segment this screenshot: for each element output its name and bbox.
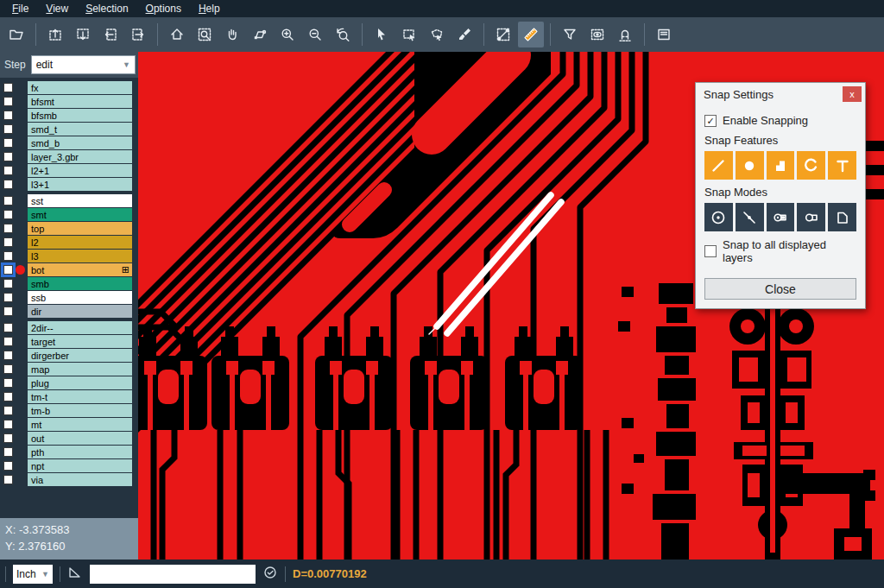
layer-visibility-checkbox[interactable] [3,251,13,261]
layer-row-out[interactable]: out [0,432,138,445]
layer-visibility-checkbox[interactable] [3,406,13,415]
layer-visibility-checkbox[interactable] [3,364,13,374]
zoom-previous-button[interactable] [330,22,356,47]
layer-row-2dir--[interactable]: 2dir-- [0,321,138,334]
layer-visibility-checkbox[interactable] [3,180,13,189]
layer-visibility-checkbox[interactable] [3,210,13,219]
zoom-window-button[interactable] [192,22,218,47]
layer-row-map[interactable]: map [0,363,138,376]
home-view-button[interactable] [164,22,190,47]
layer-row-l2+1[interactable]: l2+1 [0,164,138,177]
shift-up-button[interactable] [42,22,68,47]
snap-all-layers-checkbox[interactable] [704,245,717,257]
dialog-close-button[interactable]: Close [704,278,856,300]
layer-visibility-checkbox[interactable] [3,433,13,443]
close-icon[interactable]: x [843,86,862,102]
menu-options[interactable]: Options [137,1,190,16]
layer-row-smt[interactable]: smt [0,208,138,221]
layer-visibility-checkbox[interactable] [3,138,13,148]
pcb-canvas[interactable]: Snap Settings x ✓ Enable Snapping Snap F… [138,52,884,560]
snap-feature-text-button[interactable] [828,151,856,180]
layer-visibility-checkbox[interactable] [3,420,13,429]
layer-row-smd_t[interactable]: smd_t [0,123,138,136]
layer-row-tm-b[interactable]: tm-b [0,404,138,417]
layer-row-target[interactable]: target [0,335,138,348]
layer-row-pth[interactable]: pth [0,446,138,458]
layer-row-l3+1[interactable]: l3+1 [0,178,138,191]
layer-visibility-checkbox[interactable] [3,392,13,401]
dialog-titlebar[interactable]: Snap Settings x [696,83,865,105]
layer-visibility-checkbox[interactable] [3,447,13,457]
zoom-in-button[interactable] [275,22,300,47]
layer-row-dir[interactable]: dir [0,305,138,318]
layer-row-bfsmt[interactable]: bfsmt [0,95,138,108]
layer-visibility-checkbox[interactable] [3,279,13,288]
layer-visibility-checkbox[interactable] [3,351,13,360]
snap-mode-center-button[interactable] [704,203,733,231]
layer-visibility-checkbox[interactable] [3,475,13,484]
menu-view[interactable]: View [37,1,77,16]
snap-mode-midpoint-button[interactable] [736,203,764,231]
layer-row-npt[interactable]: npt [0,459,138,472]
layer-row-mt[interactable]: mt [0,418,138,431]
unit-select[interactable]: Inch ▼ [13,565,53,584]
step-select[interactable]: edit ▼ [31,55,136,74]
layer-visibility-checkbox[interactable] [3,111,13,120]
filter-button[interactable] [557,22,583,47]
layer-row-bfsmb[interactable]: bfsmb [0,109,138,122]
polygon-select-button[interactable] [424,22,450,47]
layer-visibility-checkbox[interactable] [3,378,13,388]
layer-row-l3[interactable]: l3 [0,250,138,262]
refresh-check-icon[interactable] [262,565,278,583]
layer-row-plug[interactable]: plug [0,376,138,389]
layer-visibility-checkbox[interactable] [3,337,13,346]
layer-visibility-checkbox[interactable] [3,124,13,134]
layer-row-smd_b[interactable]: smd_b [0,136,138,149]
layer-visibility-checkbox[interactable] [3,152,13,161]
snap-button[interactable] [612,22,638,47]
pan-button[interactable] [219,22,245,47]
clean-button[interactable] [451,22,477,47]
layer-row-fx[interactable]: fx [0,81,138,94]
snap-feature-surface-button[interactable] [767,151,795,180]
reshape-select-button[interactable] [247,22,273,47]
layer-visibility-checkbox[interactable] [3,323,13,332]
select-button[interactable] [369,22,395,47]
panels-button[interactable] [651,22,677,47]
layer-row-sst[interactable]: sst [0,194,138,207]
layer-row-ssb[interactable]: ssb [0,291,138,304]
layer-visibility-checkbox[interactable] [3,237,13,247]
shift-down-button[interactable] [70,22,96,47]
shift-right-button[interactable] [125,22,151,47]
snap-feature-arc-button[interactable] [797,151,825,180]
layer-row-tm-t[interactable]: tm-t [0,390,138,403]
layer-row-bot[interactable]: bot⊞ [0,263,138,276]
zoom-out-button[interactable] [302,22,328,47]
snap-feature-line-button[interactable] [704,151,733,180]
layer-row-via[interactable]: via [0,473,138,486]
layer-visibility-checkbox[interactable] [3,196,13,205]
enable-snapping-checkbox[interactable]: ✓ [704,115,717,127]
layer-visibility-checkbox[interactable] [3,307,13,316]
layer-visibility-checkbox[interactable] [3,166,13,175]
layer-row-top[interactable]: top [0,222,138,235]
layer-visibility-checkbox[interactable] [3,97,13,106]
layer-visibility-checkbox[interactable] [3,265,13,275]
layer-row-smb[interactable]: smb [0,277,138,290]
layer-visibility-checkbox[interactable] [3,293,13,302]
layer-row-layer_3.gbr[interactable]: layer_3.gbr [0,150,138,163]
measure-input[interactable] [90,565,256,584]
measure-button[interactable] [490,22,516,47]
menu-file[interactable]: File [3,1,37,16]
snap-mode-slot-center-button[interactable] [767,203,795,231]
ruler-button[interactable] [518,22,544,47]
menu-help[interactable]: Help [190,1,229,16]
rect-select-button[interactable] [396,22,422,47]
snap-feature-pad-button[interactable] [736,151,764,180]
layer-visibility-checkbox[interactable] [3,461,13,471]
menu-selection[interactable]: Selection [77,1,136,16]
view-options-button[interactable] [584,22,610,47]
layer-row-l2[interactable]: l2 [0,236,138,249]
layer-visibility-checkbox[interactable] [3,83,13,92]
shift-left-button[interactable] [98,22,123,47]
